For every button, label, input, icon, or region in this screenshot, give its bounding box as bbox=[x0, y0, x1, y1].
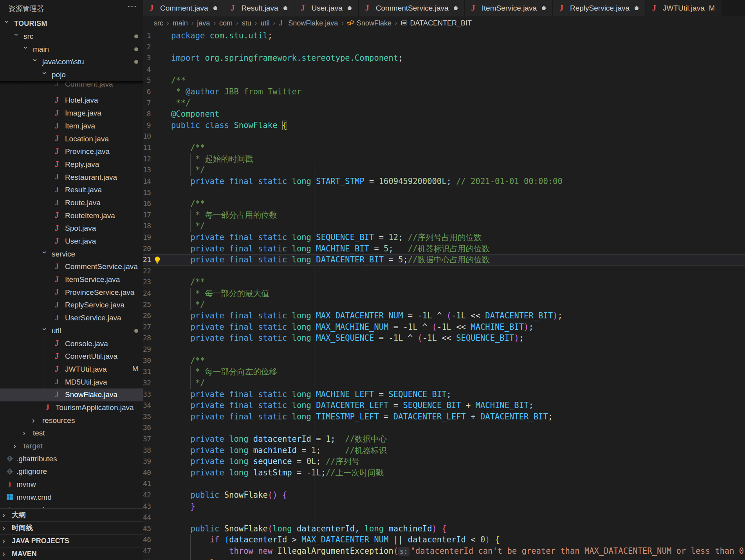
line-number[interactable]: 10 bbox=[143, 131, 151, 142]
sidebar-item-mvnw-cmd[interactable]: mvnw.cmd bbox=[0, 491, 143, 504]
line-number[interactable]: 6 bbox=[143, 86, 151, 98]
line-number[interactable]: 8 bbox=[143, 108, 151, 120]
line-number[interactable]: 29 bbox=[143, 344, 151, 355]
line-number[interactable]: 41 bbox=[143, 478, 151, 490]
sidebar-item-item-java[interactable]: JItem.java bbox=[0, 120, 143, 133]
line-number[interactable]: 39 bbox=[143, 456, 151, 467]
sidebar-item-restaurant-java[interactable]: JRestaurant.java bbox=[0, 171, 143, 184]
line-number[interactable]: 26 bbox=[143, 310, 151, 322]
line-number[interactable]: 34 bbox=[143, 400, 151, 411]
sidebar-item-target[interactable]: ›target bbox=[0, 440, 143, 453]
line-number[interactable]: 17 bbox=[143, 210, 151, 221]
line-number[interactable]: 14 bbox=[143, 176, 151, 187]
line-number[interactable]: 4 bbox=[143, 64, 151, 75]
sidebar-item-snowflake-java[interactable]: JSnowFlake.java bbox=[0, 388, 143, 401]
breadcrumb-item-snowflake-java[interactable]: JSnowFlake.java bbox=[279, 18, 338, 28]
tab-result-java[interactable]: JResult.java bbox=[224, 0, 294, 16]
sidebar-item-province-java[interactable]: JProvince.java bbox=[0, 145, 143, 158]
sidebar-item-console-java[interactable]: JConsole.java bbox=[0, 337, 143, 350]
line-number[interactable]: 16 bbox=[143, 198, 151, 210]
sidebar-item-reply-java[interactable]: JReply.java bbox=[0, 158, 143, 171]
line-number[interactable]: 9 bbox=[143, 120, 151, 131]
sidebar-item-itemservice-java[interactable]: JItemService.java bbox=[0, 273, 143, 286]
tab-jwtutil-java[interactable]: JJWTUtil.javaM bbox=[646, 0, 722, 16]
sidebar-item-routeitem-java[interactable]: JRouteItem.java bbox=[0, 209, 143, 222]
line-number[interactable]: 24 bbox=[143, 288, 151, 299]
line-number[interactable]: 13 bbox=[143, 164, 151, 176]
line-number[interactable]: 12 bbox=[143, 154, 151, 165]
explorer-more-actions-icon[interactable]: ⋯ bbox=[127, 1, 137, 12]
line-number[interactable]: 31 bbox=[143, 366, 151, 378]
line-number[interactable]: 47 bbox=[143, 546, 151, 557]
sidebar-item-location-java[interactable]: JLocation.java bbox=[0, 132, 143, 145]
sidebar-item--gitattributes[interactable]: .gitattributes bbox=[0, 452, 143, 465]
sidebar-item-spot-java[interactable]: JSpot.java bbox=[0, 222, 143, 235]
sidebar-item-java-com-stu[interactable]: ›java\com\stu bbox=[0, 56, 143, 69]
line-number[interactable]: 2 bbox=[143, 42, 151, 53]
line-number[interactable]: 48 bbox=[143, 557, 151, 560]
line-number[interactable]: 46 bbox=[143, 534, 151, 546]
line-number[interactable]: 37 bbox=[143, 434, 151, 445]
section-header-大纲[interactable]: ›大纲 bbox=[0, 508, 143, 521]
line-number[interactable]: 1 bbox=[143, 30, 151, 42]
line-number[interactable]: 21 bbox=[143, 254, 151, 266]
line-number[interactable]: 42 bbox=[143, 490, 151, 501]
line-number[interactable]: 45 bbox=[143, 523, 151, 535]
sidebar-item-jwtutil-java[interactable]: JJWTUtil.javaM bbox=[0, 363, 143, 376]
tab-comment-java[interactable]: JComment.java bbox=[143, 0, 224, 16]
line-number[interactable]: 36 bbox=[143, 422, 151, 434]
line-number[interactable]: 7 bbox=[143, 98, 151, 109]
lightbulb-icon[interactable] bbox=[153, 256, 161, 264]
sidebar-item-provinceservice-java[interactable]: JProvinceService.java bbox=[0, 286, 143, 299]
code-editor[interactable]: 1package com.stu.util;23import org.sprin… bbox=[143, 30, 745, 560]
line-number[interactable]: 43 bbox=[143, 501, 151, 512]
line-number[interactable]: 38 bbox=[143, 445, 151, 456]
line-number[interactable]: 30 bbox=[143, 355, 151, 367]
sidebar-item-tourism[interactable]: ›TOURISM bbox=[0, 17, 143, 30]
section-header-java-projects[interactable]: ›JAVA PROJECTS bbox=[0, 534, 143, 547]
line-number[interactable]: 5 bbox=[143, 75, 151, 86]
line-number[interactable]: 23 bbox=[143, 276, 151, 288]
sidebar-item-md5util-java[interactable]: JMD5Util.java bbox=[0, 376, 143, 388]
dirty-indicator-icon[interactable] bbox=[348, 6, 352, 10]
sidebar-item-hotel-java[interactable]: JHotel.java bbox=[0, 94, 143, 107]
line-number[interactable]: 3 bbox=[143, 52, 151, 64]
line-number[interactable]: 25 bbox=[143, 299, 151, 311]
line-number[interactable]: 40 bbox=[143, 467, 151, 479]
section-header-时间线[interactable]: ›时间线 bbox=[0, 521, 143, 534]
tab-commentservice-java[interactable]: JCommentService.java bbox=[359, 0, 464, 16]
breadcrumb-item-stu[interactable]: stu bbox=[242, 19, 251, 27]
breadcrumb-item-datacenter_bit[interactable]: DATACENTER_BIT bbox=[401, 19, 472, 27]
sidebar-item-service[interactable]: ›service bbox=[0, 247, 143, 260]
breadcrumb-item-util[interactable]: util bbox=[260, 19, 269, 27]
sidebar-item-commentservice-java[interactable]: JCommentService.java bbox=[0, 260, 143, 273]
line-number[interactable]: 28 bbox=[143, 332, 151, 344]
breadcrumb-item-java[interactable]: java bbox=[197, 19, 210, 27]
sidebar-item-route-java[interactable]: JRoute.java bbox=[0, 197, 143, 210]
line-number[interactable]: 33 bbox=[143, 389, 151, 400]
line-number[interactable]: 18 bbox=[143, 220, 151, 232]
sidebar-item-mvnw[interactable]: mvnw bbox=[0, 478, 143, 491]
breadcrumb-item-com[interactable]: com bbox=[219, 19, 233, 27]
line-number[interactable]: 44 bbox=[143, 512, 151, 523]
line-number[interactable]: 15 bbox=[143, 187, 151, 199]
dirty-indicator-icon[interactable] bbox=[213, 6, 217, 10]
line-number[interactable]: 32 bbox=[143, 378, 151, 389]
dirty-indicator-icon[interactable] bbox=[635, 6, 639, 10]
breadcrumb-item-src[interactable]: src bbox=[154, 19, 163, 27]
line-number[interactable]: 27 bbox=[143, 322, 151, 333]
dirty-indicator-icon[interactable] bbox=[542, 6, 546, 10]
line-number[interactable]: 19 bbox=[143, 232, 151, 243]
sidebar-item-image-java[interactable]: JImage.java bbox=[0, 107, 143, 120]
sidebar-item-util[interactable]: ›util bbox=[0, 325, 143, 338]
sidebar-item--gitignore[interactable]: .gitignore bbox=[0, 465, 143, 478]
line-number[interactable]: 35 bbox=[143, 411, 151, 423]
sidebar-item-user-java[interactable]: JUser.java bbox=[0, 235, 143, 248]
sidebar-item-tourismapplication-java[interactable]: JTourismApplication.java bbox=[0, 401, 143, 414]
sidebar-item-test[interactable]: ›test bbox=[0, 427, 143, 440]
sidebar-item-src[interactable]: ›src bbox=[0, 30, 143, 43]
line-number[interactable]: 20 bbox=[143, 243, 151, 255]
line-number[interactable]: 22 bbox=[143, 266, 151, 277]
sidebar-item-userservice-java[interactable]: JUserService.java bbox=[0, 312, 143, 325]
tab-itemservice-java[interactable]: JItemService.java bbox=[465, 0, 552, 16]
